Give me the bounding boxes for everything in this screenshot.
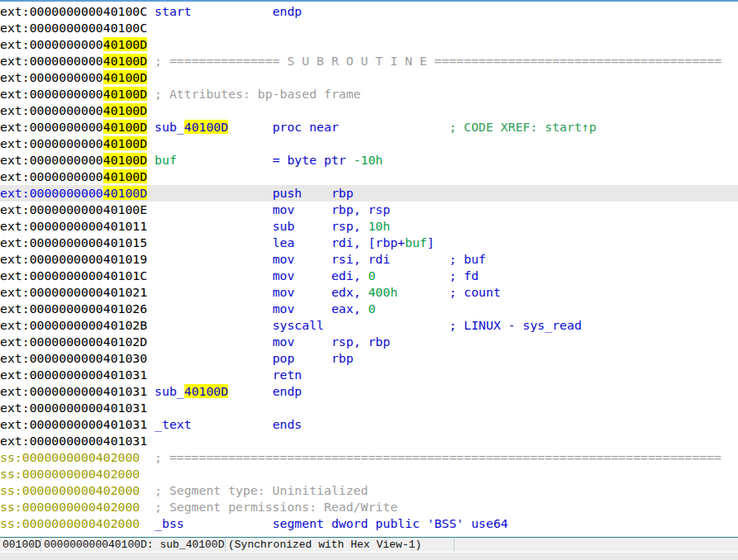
code-token [147, 285, 272, 299]
code-token [147, 335, 272, 349]
listing-line[interactable]: ss:0000000000402000 ; ==================… [0, 449, 738, 466]
status-address-cell: 00100D [0, 538, 41, 552]
code-token: ; Attributes: bp-based frame [155, 87, 360, 101]
code-token: ext:000000000040100C [0, 21, 147, 35]
code-token [192, 417, 273, 431]
listing-line[interactable]: ext:0000000000401030 pop rbp [0, 350, 738, 367]
code-token: ext:0000000000401031 [0, 368, 147, 382]
code-token: mov [273, 268, 295, 282]
listing-line[interactable]: ext:0000000000401031 sub_40100D endp [0, 383, 738, 400]
listing-line[interactable]: ext:000000000040101C mov edi, 0 ; fd [0, 268, 738, 284]
code-token: rbp [331, 351, 354, 365]
code-token: ; CODE XREF: start↑p [449, 120, 596, 134]
listing-line[interactable]: ext:0000000000401031 _text ends [0, 416, 738, 433]
listing-line[interactable]: ext:000000000040100D [0, 36, 738, 53]
highlighted-token: 40100D [103, 70, 147, 84]
code-token: ext:0000000000401031 [0, 384, 155, 398]
listing-line[interactable]: ext:0000000000401011 sub rsp, 10h [0, 218, 738, 235]
code-token: 10h [368, 219, 390, 233]
code-token: ; count [449, 285, 500, 299]
code-token: sub_ [155, 384, 184, 398]
listing-line[interactable]: ext:000000000040100D [0, 168, 738, 185]
listing-line[interactable]: ext:0000000000401026 mov eax, 0 [0, 301, 738, 317]
code-token [147, 219, 272, 233]
code-token: ; buf [449, 252, 486, 266]
code-token: ext:0000000000401021 [0, 285, 147, 299]
code-token: mov [273, 285, 295, 299]
highlighted-token: 40100D [103, 153, 147, 167]
highlighted-token: 40100D [103, 169, 147, 183]
listing-line[interactable]: ext:000000000040100C [0, 20, 738, 36]
status-filler [455, 538, 738, 552]
code-token: edx, [331, 285, 369, 299]
code-token [324, 318, 449, 332]
code-token: 0 [368, 301, 375, 316]
listing-line[interactable]: ext:0000000000401031 retn [0, 367, 738, 383]
code-token: ext:0000000000 [0, 70, 103, 84]
code-token [147, 301, 272, 316]
code-token [177, 153, 273, 167]
code-token [294, 301, 331, 316]
highlighted-token: 40100D [103, 54, 147, 68]
listing-line[interactable]: ext:0000000000401019 mov rsi, rdi ; buf [0, 251, 738, 268]
highlighted-token: 40100D [103, 186, 147, 200]
listing-line[interactable]: ss:0000000000402000 _bss segment dword p… [0, 515, 738, 532]
code-token: -10h [354, 153, 383, 167]
code-token: ext:0000000000401011 [0, 219, 147, 233]
listing-line[interactable]: ext:000000000040100D ; =============== S… [0, 53, 738, 69]
listing-line[interactable]: ext:000000000040100E mov rbp, rsp [0, 202, 738, 218]
listing-line[interactable]: ext:000000000040100D [0, 135, 738, 152]
listing-line[interactable]: ss:0000000000402000 ; Segment type: Unin… [0, 482, 738, 499]
code-token: ext:0000000000401031 [0, 434, 147, 448]
code-token: ] [427, 235, 435, 249]
code-token: proc near [273, 120, 339, 134]
listing-line[interactable]: ss:0000000000402000 ; Segment permission… [0, 499, 738, 515]
listing-line[interactable]: ext:000000000040102D mov rsp, rbp [0, 334, 738, 350]
listing-line[interactable]: ext:000000000040100D ; Attributes: bp-ba… [0, 86, 738, 102]
listing-line[interactable]: ext:0000000000401031 [0, 433, 738, 449]
code-token [147, 351, 272, 365]
code-token: rsp, [331, 219, 369, 233]
code-token: ext:0000000000 [0, 169, 103, 183]
code-token: ss:0000000000402000 [0, 467, 140, 481]
code-token [192, 4, 273, 18]
highlighted-token: 40100D [184, 384, 228, 398]
code-token: rdi, [rbp+ [331, 235, 405, 249]
code-token [147, 87, 155, 101]
code-token: ; Segment permissions: Read/Write [155, 500, 398, 514]
listing-line-current[interactable]: ext:000000000040100D push rbp [0, 185, 738, 202]
listing-line[interactable]: ext:000000000040100D buf = byte ptr -10h [0, 152, 738, 168]
listing-line[interactable]: ext:0000000000401015 lea rdi, [rbp+buf] [0, 235, 738, 251]
code-token [147, 54, 155, 68]
code-token [147, 368, 272, 382]
listing-line[interactable]: ext:000000000040100C start endp [0, 3, 738, 20]
listing-line[interactable]: ext:000000000040100D [0, 102, 738, 119]
code-token: ext:000000000040100E [0, 202, 147, 216]
listing-line[interactable]: ext:0000000000401031 [0, 400, 738, 416]
highlighted-token: 40100D [103, 136, 147, 150]
disassembly-listing[interactable]: ext:000000000040100C start endpext:00000… [0, 2, 738, 532]
code-token [147, 186, 272, 200]
code-token: _bss [155, 516, 184, 530]
code-token [294, 351, 331, 365]
code-token: ; =============== S U B R O U T I N E ==… [155, 54, 721, 68]
listing-line[interactable]: ext:000000000040100D sub_40100D proc nea… [0, 119, 738, 135]
listing-line[interactable]: ext:000000000040102B syscall ; LINUX - s… [0, 317, 738, 334]
highlighted-token: 40100D [103, 120, 147, 134]
code-token [398, 285, 449, 299]
listing-line[interactable]: ext:0000000000401021 mov edx, 400h ; cou… [0, 284, 738, 301]
code-token [294, 219, 331, 233]
code-token [228, 384, 272, 398]
code-token: _text [155, 417, 192, 431]
code-token: ext:0000000000401031 [0, 417, 155, 431]
code-token: eax, [331, 301, 369, 316]
code-token: rbp, rsp [331, 202, 390, 216]
highlighted-token: 40100D [184, 120, 228, 134]
listing-line[interactable]: ext:000000000040100D [0, 69, 738, 86]
code-token: ss:0000000000402000 [0, 450, 155, 464]
code-token [339, 120, 450, 134]
code-token [147, 318, 272, 332]
listing-line[interactable]: ss:0000000000402000 [0, 466, 738, 482]
code-token: ; ======================================… [155, 450, 721, 464]
code-token: ext:000000000040101C [0, 268, 147, 282]
